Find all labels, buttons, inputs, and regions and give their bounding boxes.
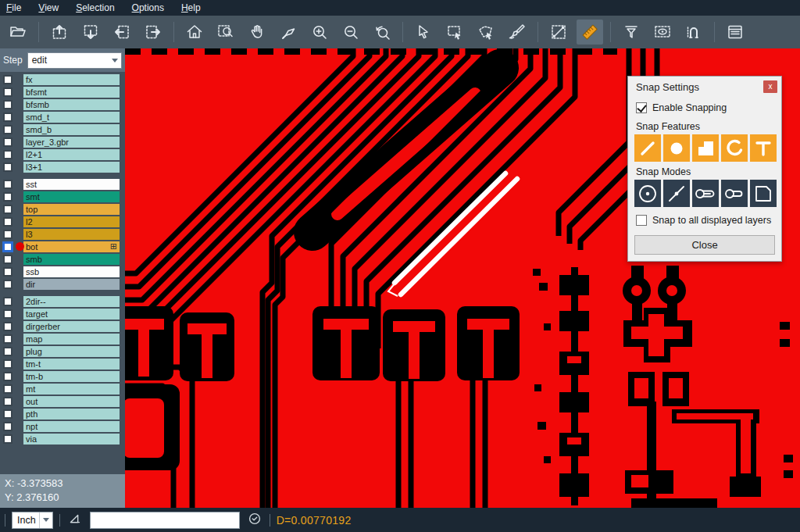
layer-item[interactable]: top [23, 204, 120, 215]
layer-item[interactable]: ssb [23, 266, 120, 277]
menu-file[interactable]: File [6, 2, 21, 13]
view-options-icon[interactable] [649, 20, 676, 45]
layer-visibility-checkbox[interactable] [3, 242, 12, 252]
layer-item[interactable]: bfsmt [23, 87, 120, 98]
layer-item[interactable]: via [23, 434, 120, 445]
layer-visibility-checkbox[interactable] [3, 137, 12, 147]
layer-item[interactable]: fx [23, 74, 120, 85]
layer-visibility-checkbox[interactable] [3, 125, 12, 134]
text-snap-icon[interactable] [750, 134, 777, 162]
layer-item[interactable]: tm-b [23, 371, 120, 382]
close-icon[interactable]: x [763, 80, 777, 93]
command-input[interactable] [90, 512, 240, 529]
layer-item[interactable]: map [23, 334, 120, 345]
zoom-out-icon[interactable] [338, 20, 364, 45]
layer-visibility-checkbox[interactable] [3, 347, 12, 356]
layer-item[interactable]: npt [23, 421, 120, 432]
layer-item[interactable]: smd_t [23, 112, 120, 123]
snap-icon[interactable] [680, 20, 707, 45]
layer-item[interactable]: 2dir-- [23, 296, 120, 307]
surface-snap-icon[interactable] [692, 134, 719, 162]
layer-visibility-checkbox[interactable] [3, 397, 12, 406]
layer-visibility-checkbox[interactable] [3, 162, 12, 172]
layer-visibility-checkbox[interactable] [3, 87, 12, 97]
layer-item[interactable]: l2 [23, 216, 120, 227]
zoom-dynamic-icon[interactable] [275, 20, 302, 45]
pcb-canvas[interactable]: Snap Settings x Enable Snapping Snap Fea… [125, 48, 800, 508]
layer-item[interactable]: bfsmb [23, 99, 120, 110]
layer-visibility-checkbox[interactable] [3, 434, 12, 444]
brush-icon[interactable] [504, 20, 530, 45]
open-folder-icon[interactable] [5, 20, 31, 45]
menu-view[interactable]: View [38, 2, 59, 13]
home-view-icon[interactable] [181, 20, 208, 45]
select-arrow-icon[interactable] [410, 20, 437, 45]
layer-item[interactable]: plug [23, 346, 120, 357]
slot-right-snap-icon[interactable] [692, 180, 719, 207]
contour-snap-icon[interactable] [750, 180, 777, 207]
enable-snapping-checkbox[interactable] [636, 102, 647, 113]
angle-mode-icon[interactable] [66, 510, 84, 530]
ruler-icon[interactable] [577, 20, 603, 45]
layer-visibility-checkbox[interactable] [3, 230, 12, 239]
layer-visibility-checkbox[interactable] [3, 217, 12, 227]
layer-visibility-checkbox[interactable] [3, 100, 12, 109]
zoom-previous-icon[interactable] [369, 20, 395, 45]
measure-icon[interactable] [545, 20, 572, 45]
layer-grid-icon[interactable]: ⊞ [110, 241, 117, 252]
layer-item[interactable]: sst [23, 179, 120, 190]
layer-visibility-checkbox[interactable] [3, 297, 12, 306]
rect-select-icon[interactable] [441, 20, 468, 45]
layer-item[interactable]: layer_3.gbr [23, 137, 120, 148]
layer-visibility-checkbox[interactable] [3, 192, 12, 202]
layer-item[interactable]: l3 [23, 229, 120, 240]
layer-visibility-checkbox[interactable] [3, 75, 12, 84]
arc-snap-icon[interactable] [721, 134, 748, 162]
poly-select-icon[interactable] [473, 20, 499, 45]
menu-selection[interactable]: Selection [76, 2, 114, 13]
layer-visibility-checkbox[interactable] [3, 372, 12, 381]
layer-visibility-checkbox[interactable] [3, 267, 12, 277]
layer-visibility-checkbox[interactable] [3, 334, 12, 344]
zoom-area-icon[interactable] [212, 20, 239, 45]
pan-hand-icon[interactable] [244, 20, 270, 45]
midpoint-snap-icon[interactable] [663, 180, 690, 207]
layer-visibility-checkbox[interactable] [3, 409, 12, 419]
slot-left-snap-icon[interactable] [721, 180, 748, 207]
pan-down-icon[interactable] [77, 20, 104, 45]
close-button[interactable]: Close [634, 235, 775, 255]
center-snap-icon[interactable] [634, 180, 661, 207]
units-select[interactable]: Inch [12, 512, 53, 529]
layer-item[interactable]: out [23, 396, 120, 407]
layer-visibility-checkbox[interactable] [3, 280, 12, 289]
layer-visibility-checkbox[interactable] [3, 180, 12, 189]
layer-item[interactable]: mt [23, 384, 120, 395]
layer-visibility-checkbox[interactable] [3, 322, 12, 331]
layer-visibility-checkbox[interactable] [3, 150, 12, 159]
layer-table-icon[interactable] [722, 20, 748, 45]
layer-visibility-checkbox[interactable] [3, 359, 12, 369]
zoom-in-icon[interactable] [306, 20, 333, 45]
sync-icon[interactable] [246, 510, 263, 530]
line-snap-icon[interactable] [634, 134, 661, 162]
filter-icon[interactable] [618, 20, 645, 45]
menu-options[interactable]: Options [132, 2, 164, 13]
layer-item[interactable]: dir [23, 279, 120, 290]
layer-visibility-checkbox[interactable] [3, 255, 12, 264]
layer-item[interactable]: l3+1 [23, 162, 120, 173]
pad-snap-icon[interactable] [663, 134, 690, 162]
layer-item[interactable]: pth [23, 409, 120, 420]
layer-item[interactable]: smt [23, 191, 120, 202]
layer-visibility-checkbox[interactable] [3, 384, 12, 394]
layer-item[interactable]: target [23, 309, 120, 320]
pan-right-icon[interactable] [140, 20, 166, 45]
layer-item[interactable]: l2+1 [23, 149, 120, 160]
layer-item[interactable]: smd_b [23, 124, 120, 135]
pan-left-icon[interactable] [109, 20, 135, 45]
layer-visibility-checkbox[interactable] [3, 112, 12, 122]
layer-item[interactable]: smb [23, 254, 120, 265]
layer-item[interactable]: dirgerber [23, 321, 120, 332]
layer-visibility-checkbox[interactable] [3, 422, 12, 431]
snap-all-layers-checkbox[interactable] [636, 215, 647, 226]
pan-up-icon[interactable] [46, 20, 73, 45]
